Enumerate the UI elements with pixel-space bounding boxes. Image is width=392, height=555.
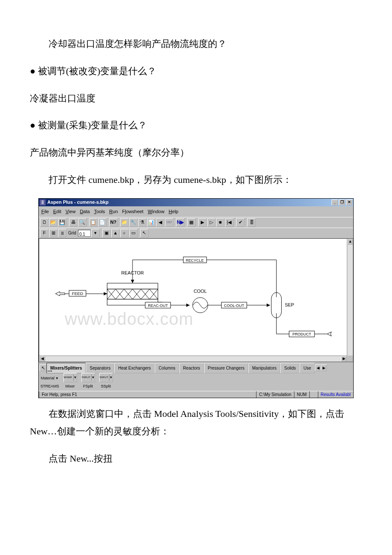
mixer-label: Mixer bbox=[66, 383, 75, 390]
rewind-button[interactable]: |◀ bbox=[225, 218, 233, 227]
save-button[interactable]: 💾 bbox=[58, 218, 66, 227]
tool-icon[interactable]: 🔧 bbox=[129, 218, 138, 227]
status-empty bbox=[309, 391, 318, 398]
paragraph: ● 被调节(被改变)变量是什么？ bbox=[30, 62, 362, 80]
horizontal-scrollbar[interactable]: ◀ ▶ bbox=[39, 356, 347, 361]
close-button[interactable]: ✕ bbox=[346, 199, 352, 205]
tab-separators[interactable]: Separators bbox=[86, 363, 114, 373]
tool-icon[interactable]: ▭ bbox=[129, 229, 138, 237]
dropdown-icon[interactable]: ▼ bbox=[73, 374, 77, 381]
tab-pressure-changers[interactable]: Pressure Changers bbox=[204, 363, 248, 373]
pointer-button[interactable]: ↖ bbox=[140, 229, 149, 237]
tool-icon[interactable]: 📁 bbox=[120, 218, 129, 227]
tab-columns[interactable]: Columns bbox=[155, 363, 179, 373]
tool-icon[interactable]: ⫼ bbox=[58, 229, 66, 237]
dropdown-icon[interactable]: ▼ bbox=[91, 374, 95, 381]
palette-mixer[interactable]: MIXER▼ Mixer bbox=[63, 373, 77, 390]
statusbar: For Help, press F1 C:\My Simulation NUM … bbox=[39, 391, 353, 398]
paragraph: 打开文件 cumene.bkp，另存为 cumene-s.bkp，如下图所示： bbox=[30, 171, 362, 189]
menu-window[interactable]: Window bbox=[148, 207, 164, 216]
control-panel-button[interactable]: 🎛 bbox=[247, 218, 256, 227]
paste-button[interactable]: 📄 bbox=[98, 218, 107, 227]
next-button[interactable]: N▶ bbox=[176, 218, 184, 227]
tool-icon[interactable]: ⟐ bbox=[120, 229, 129, 237]
aspen-plus-window: || Aspen Plus - cumene-s.bkp _ ❐ ✕ File … bbox=[38, 198, 354, 398]
tab-solids[interactable]: Solids bbox=[280, 363, 300, 373]
tab-manipulators[interactable]: Manipulators bbox=[248, 363, 280, 373]
menu-view[interactable]: View bbox=[66, 207, 76, 216]
tool-icon[interactable]: ◀ bbox=[156, 218, 164, 227]
check-button[interactable]: ✔ bbox=[236, 218, 245, 227]
paragraph: ● 被测量(采集)变量是什么？ bbox=[30, 116, 362, 134]
scroll-right-icon[interactable]: ▶ bbox=[341, 356, 347, 362]
tool-icon[interactable]: ⊞ bbox=[49, 229, 58, 237]
menu-flowsheet[interactable]: Flowsheet bbox=[122, 207, 144, 216]
svg-marker-30 bbox=[267, 304, 270, 307]
tool-icon[interactable]: F bbox=[40, 229, 49, 237]
menu-run[interactable]: Run bbox=[109, 207, 118, 216]
copy-button[interactable]: 📋 bbox=[89, 218, 98, 227]
paragraph: 冷凝器出口温度 bbox=[30, 90, 362, 107]
tab-reactors[interactable]: Reactors bbox=[179, 363, 204, 373]
tool-icon[interactable]: ▲ bbox=[111, 229, 120, 237]
tool-icon[interactable]: ⚗ bbox=[138, 218, 147, 227]
dropdown-icon[interactable]: ▼ bbox=[109, 374, 112, 381]
grid-label: Grid bbox=[67, 229, 78, 237]
dropdown-icon[interactable]: ▼ bbox=[55, 375, 59, 382]
tab-heat-exchangers[interactable]: Heat Exchangers bbox=[114, 363, 155, 373]
palette-ssplit[interactable]: SSPLIT▼ SSplit bbox=[99, 373, 113, 390]
minimize-button[interactable]: _ bbox=[331, 199, 338, 205]
stream-product: PRODUCT bbox=[292, 332, 311, 336]
svg-rect-5 bbox=[107, 283, 158, 289]
tab-scroll-right[interactable]: ▶ bbox=[321, 364, 327, 371]
print-button[interactable]: 🖶 bbox=[69, 218, 78, 227]
status-path: C:\My Simulation bbox=[256, 391, 294, 398]
block-sep-label: SEP bbox=[285, 302, 294, 307]
new-button[interactable]: 🗋 bbox=[40, 218, 49, 227]
flowsheet-svg: FEED REACTOR bbox=[39, 239, 353, 361]
open-button[interactable]: 📂 bbox=[49, 218, 58, 227]
preview-button[interactable]: 🔍 bbox=[78, 218, 86, 227]
stream-recycle: RECYCLE bbox=[186, 258, 204, 262]
help-button[interactable]: N? bbox=[109, 218, 118, 227]
menu-data[interactable]: Data bbox=[80, 207, 89, 216]
scroll-up-icon[interactable]: ▲ bbox=[347, 239, 353, 245]
svg-marker-4 bbox=[104, 292, 107, 295]
palette-fsplit[interactable]: FSPLIT▼ FSplit bbox=[81, 373, 95, 390]
status-help: For Help, press F1 bbox=[39, 391, 256, 398]
menu-help[interactable]: Help bbox=[169, 207, 179, 216]
step-button[interactable]: ▷ bbox=[207, 218, 216, 227]
watermark: www.bdocx.com bbox=[65, 303, 193, 335]
scroll-left-icon[interactable]: ◀ bbox=[39, 356, 45, 362]
tab-user[interactable]: Use bbox=[300, 363, 315, 373]
app-icon: || bbox=[40, 199, 46, 205]
model-library-tabs: ↖ Mixers/Splitters Separators Heat Excha… bbox=[39, 362, 353, 374]
ssplit-label: SSplit bbox=[101, 383, 111, 390]
grid-input[interactable]: 0.1 bbox=[78, 230, 91, 237]
stop-button[interactable]: ■ bbox=[216, 218, 225, 227]
menu-file[interactable]: File bbox=[41, 207, 49, 216]
status-results: Results Availabl bbox=[318, 391, 353, 398]
flowsheet-canvas[interactable]: www.bdocx.com FEED REACTOR bbox=[39, 238, 353, 362]
maximize-button[interactable]: ❐ bbox=[339, 199, 345, 205]
svg-marker-34 bbox=[131, 280, 134, 283]
vertical-scrollbar[interactable]: ▲ ▼ bbox=[347, 239, 353, 361]
dropdown-button[interactable]: ▾ bbox=[91, 229, 100, 237]
run-button[interactable]: ▶ bbox=[198, 218, 207, 227]
block-cool-label: COOL bbox=[193, 289, 207, 294]
toolbar-main: 🗋 📂 💾 🖶 🔍 📋 📄 N? 📁 🔧 ⚗ 📊 ◀ 👓 N▶ ▦ ▶ ▷ bbox=[39, 217, 353, 228]
tool-icon[interactable]: ▣ bbox=[102, 229, 111, 237]
stream-cool-out: COOL-OUT bbox=[224, 304, 245, 308]
menu-tools[interactable]: Tools bbox=[94, 207, 105, 216]
svg-marker-0 bbox=[55, 292, 65, 296]
tool-icon[interactable]: 📊 bbox=[147, 218, 156, 227]
status-num: NUM bbox=[294, 391, 309, 398]
menu-edit[interactable]: Edit bbox=[53, 207, 61, 216]
tool-icon[interactable]: ▦ bbox=[187, 218, 196, 227]
palette-streams[interactable]: ⟶ Material ▼ STREAMS bbox=[40, 368, 59, 390]
svg-marker-39 bbox=[327, 332, 331, 336]
titlebar: || Aspen Plus - cumene-s.bkp _ ❐ ✕ bbox=[39, 199, 353, 206]
tool-icon[interactable]: 👓 bbox=[165, 218, 173, 227]
tab-scroll-left[interactable]: ◀ bbox=[315, 364, 321, 371]
paragraph: 冷却器出口温度怎样影响产品物流纯度的？ bbox=[30, 35, 362, 53]
